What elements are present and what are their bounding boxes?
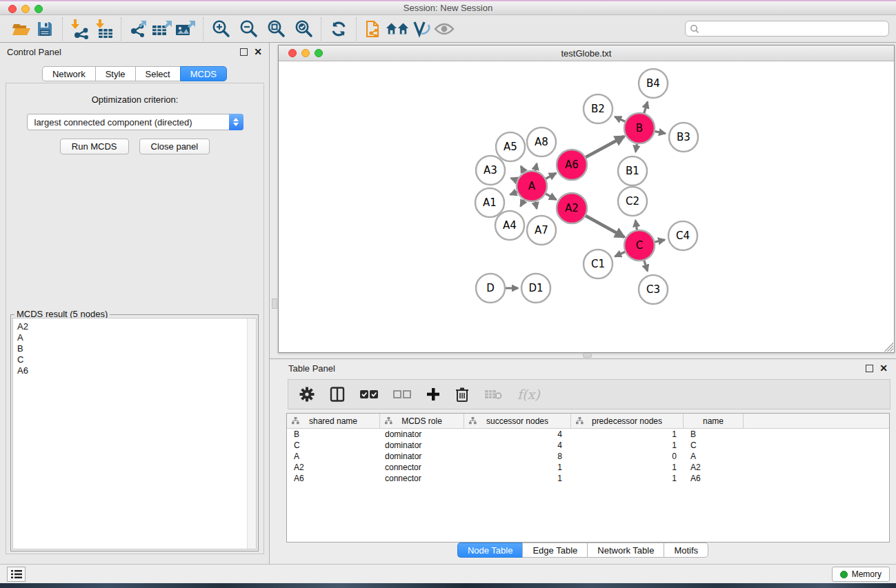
home-icon[interactable] [386, 18, 409, 40]
app-titlebar[interactable]: Session: New Session [0, 0, 896, 15]
table-cell[interactable]: A [684, 452, 744, 461]
delete-table-icon[interactable] [484, 389, 502, 400]
graph-edge[interactable] [535, 163, 537, 171]
mcds-result-item[interactable]: A [17, 332, 256, 343]
apply-function-icon[interactable]: f(x) [517, 387, 540, 402]
select-all-rows-icon[interactable] [360, 389, 378, 399]
graph-edge[interactable] [545, 173, 556, 179]
column-header[interactable]: name [684, 414, 744, 428]
network-minimize-button[interactable] [301, 49, 310, 57]
table-cell[interactable]: 1 [571, 474, 684, 483]
graph-node-A3[interactable]: A3 [476, 156, 505, 185]
graph-node-A6[interactable]: A6 [557, 150, 587, 180]
graph-node-A1[interactable]: A1 [475, 188, 504, 217]
graph-edge[interactable] [521, 199, 525, 206]
tab-mcds[interactable]: MCDS [180, 66, 227, 81]
add-column-icon[interactable] [426, 387, 440, 401]
memory-button[interactable]: Memory [832, 567, 890, 582]
graph-edge[interactable] [510, 192, 518, 194]
graph-edge[interactable] [644, 260, 648, 271]
minimize-window-button[interactable] [21, 5, 30, 13]
eye-icon[interactable] [432, 18, 456, 40]
graph-node-A4[interactable]: A4 [495, 211, 524, 240]
tab-network[interactable]: Network [42, 66, 95, 81]
graph-edge[interactable] [655, 131, 666, 133]
graph-node-B1[interactable]: B1 [618, 156, 647, 185]
float-table-panel-icon[interactable] [866, 365, 873, 372]
graph-node-A8[interactable]: A8 [527, 128, 556, 156]
search-field[interactable] [685, 21, 889, 37]
tab-network-table[interactable]: Network Table [587, 543, 664, 558]
table-cell[interactable]: C [287, 440, 380, 450]
table-cell[interactable]: connector [380, 463, 464, 472]
delete-column-icon[interactable] [455, 387, 469, 402]
table-row[interactable]: A6connector11A6 [287, 473, 889, 484]
unselect-all-rows-icon[interactable] [393, 389, 411, 399]
table-row[interactable]: Bdominator41B [287, 429, 889, 440]
network-window-titlebar[interactable]: testGlobe.txt [279, 45, 894, 61]
export-network-icon[interactable] [127, 18, 150, 40]
close-table-panel-icon[interactable]: ✕ [879, 365, 888, 372]
table-cell[interactable]: 4 [464, 440, 571, 450]
tab-motifs[interactable]: Motifs [664, 543, 708, 558]
mcds-result-item[interactable]: A2 [17, 321, 256, 332]
network-close-button[interactable] [288, 49, 297, 57]
graph-node-A7[interactable]: A7 [527, 216, 556, 245]
table-cell[interactable]: 4 [464, 429, 571, 439]
zoom-selected-icon[interactable] [292, 18, 315, 40]
save-session-icon[interactable] [33, 18, 57, 40]
optimization-criterion-select[interactable]: largest connected component (directed) [27, 114, 243, 130]
task-history-button[interactable] [7, 567, 26, 582]
table-cell[interactable]: dominator [380, 452, 464, 461]
refresh-icon[interactable] [327, 18, 350, 40]
column-header[interactable]: predecessor nodes [571, 414, 684, 428]
export-table-icon[interactable] [150, 18, 174, 40]
open-session-icon[interactable] [10, 18, 33, 40]
run-mcds-button[interactable]: Run MCDS [60, 139, 129, 154]
network-maximize-button[interactable] [315, 49, 323, 57]
graph-node-D[interactable]: D [476, 274, 505, 303]
table-cell[interactable]: 8 [464, 452, 571, 461]
table-row[interactable]: Cdominator41C [287, 440, 889, 451]
graph-node-B[interactable]: B [624, 113, 655, 143]
graph-edge[interactable] [511, 178, 518, 181]
mcds-result-list[interactable]: A2ABCA6 [12, 318, 257, 549]
tab-select[interactable]: Select [135, 66, 180, 81]
new-network-from-file-icon[interactable] [362, 18, 386, 40]
table-cell[interactable]: A6 [684, 474, 744, 483]
column-header[interactable]: successor nodes [464, 414, 571, 428]
network-view-window[interactable]: testGlobe.txt B4B2BB3A8A5A6A3B1AC2A1A2A4… [278, 45, 895, 353]
graph-node-A5[interactable]: A5 [496, 132, 525, 161]
tab-edge-table[interactable]: Edge Table [522, 543, 587, 558]
table-cell[interactable]: A6 [287, 474, 380, 483]
split-divider-handle[interactable] [272, 298, 277, 309]
graph-node-C[interactable]: C [624, 230, 655, 261]
table-cell[interactable]: 1 [464, 463, 571, 472]
table-row[interactable]: A2connector11A2 [287, 462, 889, 473]
graph-node-B2[interactable]: B2 [584, 94, 613, 123]
zoom-out-icon[interactable] [237, 18, 260, 40]
table-cell[interactable]: B [287, 429, 380, 439]
table-cell[interactable]: C [684, 440, 744, 450]
graph-edge[interactable] [545, 194, 556, 200]
graph-node-A[interactable]: A [517, 171, 547, 201]
mcds-result-item[interactable]: C [17, 354, 256, 365]
graph-node-D1[interactable]: D1 [521, 274, 550, 303]
tab-node-table[interactable]: Node Table [457, 543, 523, 558]
export-image-icon[interactable] [174, 18, 197, 40]
window-resize-grip[interactable] [884, 342, 893, 352]
graph-node-C2[interactable]: C2 [618, 187, 647, 216]
table-cell[interactable]: A2 [684, 463, 744, 472]
import-table-icon[interactable] [92, 18, 115, 40]
split-divider-handle[interactable] [583, 353, 592, 358]
table-row[interactable]: Adominator80A [287, 451, 889, 462]
column-header[interactable]: MCDS role [380, 414, 464, 428]
table-cell[interactable]: A2 [287, 463, 380, 472]
table-cell[interactable]: connector [380, 474, 464, 483]
table-cell[interactable]: B [684, 429, 744, 439]
zoom-in-icon[interactable] [209, 18, 232, 40]
graph-node-C3[interactable]: C3 [639, 275, 668, 304]
graph-edge[interactable] [585, 216, 624, 237]
graph-node-C4[interactable]: C4 [668, 221, 697, 250]
graph-edge[interactable] [535, 201, 537, 208]
